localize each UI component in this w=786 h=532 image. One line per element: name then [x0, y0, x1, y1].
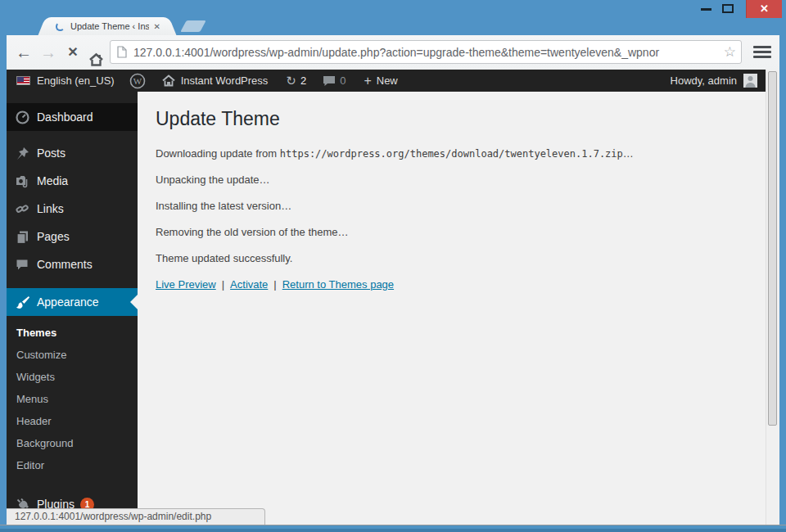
url-text[interactable]: 127.0.0.1:4001/wordpress/wp-admin/update…	[133, 46, 724, 59]
browser-menu-button[interactable]	[753, 46, 771, 59]
svg-text:W: W	[133, 76, 142, 86]
new-content-menu[interactable]: New	[377, 74, 398, 87]
updates-icon[interactable]: ↻	[286, 74, 296, 88]
main-content: Update Theme Downloading update from htt…	[138, 92, 766, 525]
wordpress-logo-menu[interactable]: W	[129, 73, 146, 89]
wp-admin-bar: English (en_US) W Instant WordPress ↻ 2	[7, 70, 766, 92]
back-button[interactable]: ←	[13, 35, 34, 70]
home-button[interactable]	[85, 44, 106, 61]
submenu-item-themes[interactable]: Themes	[7, 322, 138, 344]
browser-window: ✕ Update Theme ‹ Instant W ✕ ← → ✕ 127.0…	[0, 0, 786, 532]
updates-count[interactable]: 2	[300, 74, 306, 87]
page-scrollbar[interactable]	[766, 70, 779, 525]
window-minimize-button[interactable]	[701, 8, 711, 11]
submenu-item-customize[interactable]: Customize	[7, 344, 138, 366]
progress-message-downloading: Downloading update from https://wordpres…	[156, 147, 749, 161]
media-camera-icon	[15, 174, 30, 189]
wp-admin-menu: Dashboard Posts Media Links	[7, 92, 138, 525]
bookmark-star-icon[interactable]: ☆	[724, 43, 736, 61]
window-bottom-frame	[0, 525, 786, 532]
progress-message-success: Theme updated successfully.	[156, 251, 749, 266]
page-document-icon	[117, 46, 127, 58]
progress-message-unpacking: Unpacking the update…	[156, 173, 749, 187]
sidebar-item-posts[interactable]: Posts	[7, 139, 138, 167]
window-maximize-button[interactable]	[722, 4, 734, 13]
stop-loading-button[interactable]: ✕	[62, 35, 84, 70]
return-to-themes-link[interactable]: Return to Themes page	[282, 278, 394, 291]
page-viewport: English (en_US) W Instant WordPress ↻ 2	[7, 70, 779, 525]
scrollbar-thumb[interactable]	[768, 71, 777, 426]
language-menu[interactable]: English (en_US)	[37, 74, 115, 87]
submenu-item-background[interactable]: Background	[7, 432, 138, 454]
hamburger-icon	[753, 46, 771, 48]
submenu-item-header[interactable]: Header	[7, 410, 138, 432]
window-close-button[interactable]: ✕	[746, 0, 782, 18]
appearance-submenu: Themes Customize Widgets Menus Header Ba…	[7, 316, 138, 484]
comment-bubble-icon	[15, 257, 30, 273]
sidebar-item-comments[interactable]: Comments	[7, 250, 138, 278]
submenu-item-menus[interactable]: Menus	[7, 388, 138, 410]
dashboard-gauge-icon	[15, 110, 30, 125]
sidebar-item-appearance[interactable]: Appearance	[7, 288, 138, 316]
sidebar-item-links[interactable]: Links	[7, 195, 138, 223]
chain-link-icon	[15, 201, 30, 217]
new-content-plus-icon[interactable]: +	[364, 74, 371, 88]
paint-brush-icon	[15, 295, 30, 310]
site-home-icon[interactable]	[162, 74, 175, 87]
progress-message-removing: Removing the old version of the theme…	[156, 225, 749, 240]
submenu-item-editor[interactable]: Editor	[7, 454, 138, 476]
home-icon	[88, 52, 104, 67]
tab-title: Update Theme ‹ Instant W	[70, 21, 149, 31]
wordpress-logo-icon: W	[129, 73, 146, 89]
live-preview-link[interactable]: Live Preview	[156, 278, 216, 291]
comments-bubble-icon[interactable]	[323, 75, 336, 87]
user-avatar[interactable]	[743, 74, 757, 88]
site-name-menu[interactable]: Instant WordPress	[181, 74, 269, 87]
action-links-row: Live Preview|Activate|Return to Themes p…	[156, 277, 749, 292]
pages-stack-icon	[15, 229, 30, 245]
new-tab-button[interactable]	[180, 20, 206, 32]
sidebar-item-pages[interactable]: Pages	[7, 223, 138, 250]
browser-toolbar: ← → ✕ 127.0.0.1:4001/wordpress/wp-admin/…	[7, 35, 779, 70]
pushpin-icon	[15, 146, 30, 161]
forward-button[interactable]: →	[38, 35, 59, 70]
sidebar-item-media[interactable]: Media	[7, 167, 138, 195]
progress-message-installing: Installing the latest version…	[156, 199, 749, 214]
language-flag-icon[interactable]	[16, 76, 30, 85]
activate-link[interactable]: Activate	[230, 278, 268, 291]
comments-count[interactable]: 0	[340, 74, 346, 87]
download-url: https://wordpress.org/themes/download/tw…	[280, 148, 623, 160]
howdy-account-menu[interactable]: Howdy, admin	[671, 74, 737, 87]
page-title: Update Theme	[156, 108, 749, 130]
status-bar-link-preview: 127.0.0.1:4001/wordpress/wp-admin/edit.p…	[7, 508, 265, 525]
submenu-item-widgets[interactable]: Widgets	[7, 366, 138, 388]
tab-close-icon[interactable]: ✕	[152, 22, 162, 31]
url-bar[interactable]: 127.0.0.1:4001/wordpress/wp-admin/update…	[110, 40, 742, 64]
browser-tab[interactable]: Update Theme ‹ Instant W ✕	[49, 17, 165, 35]
link-separator: |	[222, 278, 224, 291]
tab-loading-spinner-icon	[56, 22, 65, 31]
link-separator: |	[273, 278, 276, 291]
sidebar-item-dashboard[interactable]: Dashboard	[7, 103, 138, 131]
